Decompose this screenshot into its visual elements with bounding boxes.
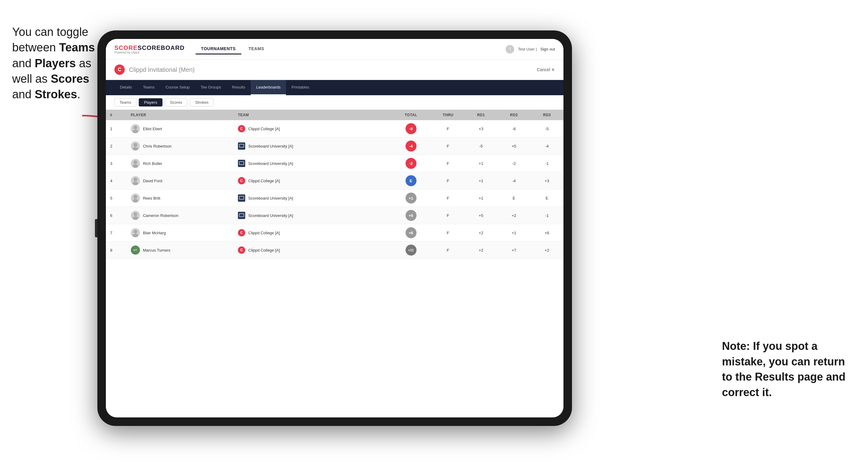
table-header: # PLAYER TEAM TOTAL THRU RD1 RD2 RD3: [106, 110, 563, 120]
tournament-title: Clippd Invitational (Men): [129, 66, 195, 73]
tab-tee-groups[interactable]: Tee Groups: [195, 80, 227, 95]
tablet-device: SCORESCOREBOARD Powered by clippd TOURNA…: [97, 30, 572, 426]
sign-out-link[interactable]: Sign out: [540, 47, 555, 52]
cell-player: David Ford: [127, 172, 234, 190]
cell-team: CClippd College [A]: [234, 242, 390, 259]
team-name: Clippd College [A]: [248, 230, 280, 235]
team-icon-scoreboard: [238, 194, 245, 202]
cell-rd1: +5: [465, 207, 497, 224]
toggle-strokes-button[interactable]: Strokes: [190, 98, 214, 106]
table-row: 1Elliot EbertCClippd College [A]-8F+3-6-…: [106, 120, 563, 137]
table-row: 7Blair McHargCClippd College [A]+6F+2+1+…: [106, 224, 563, 242]
cell-thru: F: [431, 155, 464, 172]
svg-point-11: [133, 178, 137, 181]
player-avatar: [131, 142, 140, 151]
top-navigation: SCORESCOREBOARD Powered by clippd TOURNA…: [106, 39, 563, 60]
cell-rank: 8: [106, 242, 127, 259]
svg-point-17: [133, 212, 137, 216]
team-icon-scoreboard: [238, 212, 245, 219]
cell-total: +1: [390, 190, 431, 207]
cell-rd2: -6: [497, 120, 530, 137]
tournament-icon: C: [114, 64, 125, 75]
cell-total: -4: [390, 137, 431, 155]
cell-total: E: [390, 172, 431, 190]
score-badge: +6: [406, 210, 416, 221]
team-icon-clippd: C: [238, 229, 245, 237]
cell-team: Scoreboard University [A]: [234, 137, 390, 155]
svg-point-13: [133, 195, 137, 199]
tab-details[interactable]: Details: [114, 80, 137, 95]
cell-player: MTMarcus Turners: [127, 242, 234, 259]
team-name: Clippd College [A]: [248, 179, 280, 183]
tablet-side-button: [95, 219, 97, 237]
tab-results[interactable]: Results: [227, 80, 251, 95]
table-row: 5Rees BrittScoreboard University [A]+1F+…: [106, 190, 563, 207]
svg-point-12: [133, 182, 138, 185]
tab-leaderboards[interactable]: Leaderboards: [251, 80, 286, 95]
team-icon-clippd: C: [238, 246, 245, 254]
player-avatar: MT: [131, 246, 140, 255]
cell-rank: 1: [106, 120, 127, 137]
cell-thru: F: [431, 242, 464, 259]
cancel-button[interactable]: Cancel ✕: [537, 67, 555, 72]
cell-rank: 3: [106, 155, 127, 172]
score-badge: -4: [406, 141, 416, 152]
logo-subtitle: Powered by clippd: [114, 51, 185, 54]
player-avatar: [131, 193, 140, 203]
cell-thru: F: [431, 137, 464, 155]
cell-thru: F: [431, 224, 464, 242]
nav-teams[interactable]: TEAMS: [243, 44, 270, 55]
tab-teams[interactable]: Teams: [137, 80, 160, 95]
cell-rd1: +1: [465, 155, 497, 172]
team-name: Scoreboard University [A]: [248, 161, 293, 166]
toggle-teams-button[interactable]: Teams: [114, 98, 136, 106]
player-avatar: [131, 124, 140, 133]
col-header-rank: #: [106, 110, 127, 120]
cell-team: Scoreboard University [A]: [234, 155, 390, 172]
cell-team: CClippd College [A]: [234, 120, 390, 137]
cell-rd3: -1: [531, 207, 563, 224]
team-name: Scoreboard University [A]: [248, 144, 293, 149]
team-icon-clippd: C: [238, 177, 245, 184]
player-name: Rees Britt: [143, 196, 160, 200]
cell-rank: 5: [106, 190, 127, 207]
player-avatar: [131, 211, 140, 220]
team-name: Clippd College [A]: [248, 248, 280, 252]
cell-team: CClippd College [A]: [234, 224, 390, 242]
tab-printables[interactable]: Printables: [286, 80, 315, 95]
nav-links: TOURNAMENTS TEAMS: [196, 44, 506, 55]
svg-point-4: [133, 147, 138, 151]
logo-title: SCORESCOREBOARD: [114, 44, 185, 52]
tournament-header: C Clippd Invitational (Men) Cancel ✕: [106, 60, 563, 80]
table-row: 4David FordCClippd College [A]EF+1-4+3: [106, 172, 563, 190]
col-header-total: TOTAL: [390, 110, 431, 120]
cell-rd1: +2: [465, 242, 497, 259]
score-badge: +1: [406, 193, 416, 204]
player-name: David Ford: [143, 179, 162, 183]
score-badge: +11: [406, 245, 416, 255]
cell-player: Blair McHarg: [127, 224, 234, 242]
toggle-players-button[interactable]: Players: [139, 98, 162, 106]
cell-team: CClippd College [A]: [234, 172, 390, 190]
toggle-scores-button[interactable]: Scores: [165, 98, 187, 106]
cell-player: Elliot Ebert: [127, 120, 234, 137]
cell-rank: 2: [106, 137, 127, 155]
scoreboard-logo: SCORESCOREBOARD Powered by clippd: [114, 44, 185, 54]
score-badge: -8: [406, 123, 416, 134]
cell-rd1: +1: [465, 190, 497, 207]
cell-rd3: +2: [531, 242, 563, 259]
player-name: Marcus Turners: [143, 248, 170, 252]
player-name: Rich Butler: [143, 161, 162, 166]
tab-course-setup[interactable]: Course Setup: [160, 80, 195, 95]
leaderboard-table: # PLAYER TEAM TOTAL THRU RD1 RD2 RD3 1El…: [106, 110, 563, 417]
table-row: 2Chris RobertsonScoreboard University [A…: [106, 137, 563, 155]
player-name: Chris Robertson: [143, 144, 172, 149]
col-header-thru: THRU: [431, 110, 464, 120]
col-header-player: PLAYER: [127, 110, 234, 120]
nav-tournaments[interactable]: TOURNAMENTS: [196, 44, 241, 55]
cell-thru: F: [431, 172, 464, 190]
score-badge: E: [406, 175, 416, 186]
svg-rect-10: [240, 162, 243, 164]
cell-rd2: +5: [497, 137, 530, 155]
col-header-rd1: RD1: [465, 110, 497, 120]
